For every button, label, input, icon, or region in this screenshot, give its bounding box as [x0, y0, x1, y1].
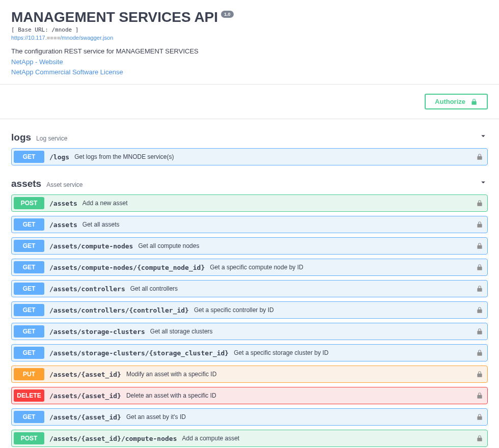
tag-name: logs [11, 132, 31, 143]
lock-icon [476, 371, 483, 378]
endpoint-summary: Get an asset by it's ID [126, 413, 186, 421]
lock-icon [476, 392, 483, 399]
operation-row[interactable]: GET/assets/compute-nodes/{compute_node_i… [11, 259, 488, 276]
operation-row[interactable]: POST/assets/{asset_id}/compute-nodesAdd … [11, 430, 488, 447]
endpoint-summary: Delete an asset with a specific ID [126, 392, 216, 399]
endpoint-path: /assets/storage-clusters/{storage_cluste… [49, 349, 229, 357]
lock-icon [476, 285, 483, 292]
lock-icon [476, 413, 483, 421]
endpoint-summary: Get all compute nodes [138, 242, 199, 249]
tag-description: Asset service [46, 181, 82, 188]
endpoint-summary: Add a new asset [82, 200, 128, 207]
http-method-badge: GET [14, 151, 44, 163]
authorize-label: Authorize [435, 98, 465, 105]
lock-icon [476, 328, 483, 335]
operation-row[interactable]: GET/assets/controllersGet all controller… [11, 280, 488, 297]
http-method-badge: GET [14, 304, 44, 316]
http-method-badge: POST [14, 432, 44, 444]
http-method-badge: GET [14, 218, 44, 231]
operation-row[interactable]: POST/assetsAdd a new asset [11, 194, 488, 212]
operation-row[interactable]: GET/assets/controllers/{controller_id}Ge… [11, 301, 488, 319]
lock-icon [476, 221, 483, 228]
operation-row[interactable]: DELETE/assets/{asset_id}Delete an asset … [11, 387, 488, 404]
api-description: The configuration REST service for MANAG… [11, 47, 488, 55]
authorize-button[interactable]: Authorize [425, 94, 488, 109]
endpoint-path: /assets/{asset_id}/compute-nodes [49, 435, 177, 442]
endpoint-path: /assets/{asset_id} [49, 371, 121, 378]
lock-icon [476, 200, 483, 207]
http-method-badge: GET [14, 411, 44, 423]
endpoint-summary: Get a specific compute node by ID [210, 264, 303, 271]
operation-row[interactable]: GET/assets/{asset_id}Get an asset by it'… [11, 408, 488, 426]
operation-row[interactable]: GET/assetsGet all assets [11, 216, 488, 233]
link-netapp-license[interactable]: NetApp Commercial Software License [11, 67, 488, 77]
lock-icon [476, 153, 483, 160]
http-method-badge: DELETE [14, 389, 44, 402]
endpoint-summary: Get all assets [82, 221, 120, 228]
lock-icon [476, 435, 483, 442]
tag-section-assets: assetsAsset servicePOST/assetsAdd a new … [11, 174, 488, 448]
version-badge: 1.0 [221, 11, 234, 18]
endpoint-path: /assets/compute-nodes/{compute_node_id} [49, 264, 205, 271]
http-method-badge: GET [14, 325, 44, 338]
base-url-line: [ Base URL: /mnode ] [11, 26, 488, 33]
endpoint-path: /assets/controllers/{controller_id} [49, 306, 189, 314]
lock-icon [476, 264, 483, 271]
http-method-badge: POST [14, 197, 44, 209]
endpoint-path: /assets/controllers [49, 285, 125, 293]
api-title: MANAGEMENT SERVICES API 1.0 [11, 9, 488, 25]
lock-icon [470, 98, 478, 105]
endpoint-summary: Get logs from the MNODE service(s) [74, 153, 174, 160]
auth-bar: Authorize [0, 85, 499, 119]
tag-name: assets [11, 178, 41, 189]
endpoint-path: /assets [49, 200, 77, 207]
endpoint-summary: Get all storage clusters [150, 328, 213, 335]
endpoint-path: /assets/storage-clusters [49, 328, 145, 335]
endpoint-path: /assets/compute-nodes [49, 242, 133, 250]
endpoint-summary: Get a specific controller by ID [194, 306, 274, 314]
operation-row[interactable]: GET/assets/storage-clusters/{storage_clu… [11, 344, 488, 361]
http-method-badge: GET [14, 283, 44, 295]
endpoint-summary: Get a specific storage cluster by ID [234, 349, 328, 356]
http-method-badge: PUT [14, 368, 44, 380]
endpoint-path: /logs [49, 153, 69, 161]
api-header: MANAGEMENT SERVICES API 1.0 [ Base URL: … [0, 0, 499, 85]
endpoint-summary: Modify an asset with a specific ID [126, 371, 216, 378]
http-method-badge: GET [14, 261, 44, 273]
operation-row[interactable]: PUT/assets/{asset_id}Modify an asset wit… [11, 366, 488, 383]
endpoint-summary: Add a compute asset [182, 435, 239, 442]
operation-row[interactable]: GET/logsGet logs from the MNODE service(… [11, 148, 488, 165]
lock-icon [476, 349, 483, 356]
lock-icon [476, 242, 483, 249]
tag-header[interactable]: assetsAsset service [11, 174, 488, 194]
lock-icon [476, 306, 483, 314]
endpoint-path: /assets [49, 221, 77, 229]
chevron-down-icon [479, 131, 488, 141]
swagger-json-link[interactable]: https://10.117.■■■■/mnode/swagger.json [11, 33, 488, 41]
endpoint-path: /assets/{asset_id} [49, 392, 121, 400]
http-method-badge: GET [14, 347, 44, 359]
operation-row[interactable]: GET/assets/compute-nodesGet all compute … [11, 237, 488, 255]
endpoint-summary: Get all controllers [130, 285, 178, 292]
http-method-badge: GET [14, 240, 44, 252]
title-text: MANAGEMENT SERVICES API [11, 9, 218, 25]
link-netapp-website[interactable]: NetApp - Website [11, 57, 488, 67]
endpoint-path: /assets/{asset_id} [49, 413, 121, 421]
tag-description: Log service [36, 135, 67, 142]
tag-section-logs: logsLog serviceGET/logsGet logs from the… [11, 127, 488, 165]
chevron-down-icon [479, 178, 488, 187]
tag-header[interactable]: logsLog service [11, 127, 488, 148]
operation-row[interactable]: GET/assets/storage-clustersGet all stora… [11, 323, 488, 340]
